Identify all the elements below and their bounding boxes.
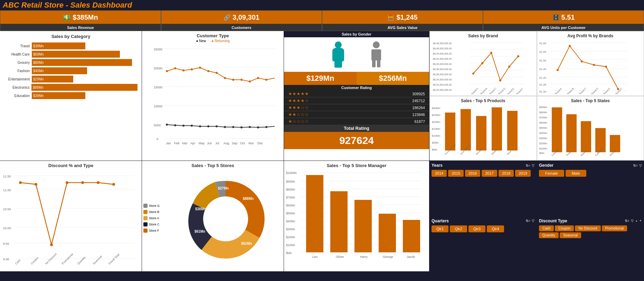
svg-point-18 [216, 72, 218, 74]
cash-btn[interactable]: Cash [539, 225, 554, 231]
svg-point-99 [557, 69, 559, 71]
discount-sort-icon[interactable]: ⇅≡ [625, 219, 629, 223]
svg-point-76 [499, 79, 501, 81]
svg-text:$90Mn: $90Mn [286, 180, 295, 183]
svg-text:0: 0 [157, 137, 158, 141]
qtr1-btn[interactable]: Qtr1 [432, 225, 448, 232]
svg-text:$6,34,000,000.00: $6,34,000,000.00 [433, 78, 452, 81]
qtr2-btn[interactable]: Qtr2 [450, 225, 467, 232]
no-discount-btn[interactable]: No Discount [575, 225, 600, 231]
customer-type-chart: 25000 20000 15000 10000 5000 0 [143, 43, 278, 147]
svg-text:Meat: Meat [506, 150, 512, 155]
discount-scroll-down[interactable]: ▼ [639, 219, 642, 222]
svg-rect-120 [476, 116, 486, 151]
coupon-btn[interactable]: Coupon [555, 225, 574, 231]
total-rating-value: 927624 [284, 132, 429, 149]
sales-top5-manager-panel: Sales - Top 5 Store Manager $100Mn $90Mn… [284, 161, 429, 271]
svg-text:$Mn: $Mn [432, 148, 437, 151]
svg-text:Jan: Jan [166, 142, 171, 145]
promotional-btn[interactable]: Promotional [602, 225, 627, 231]
svg-text:10.50: 10.50 [3, 207, 11, 211]
svg-text:15000: 15000 [154, 86, 162, 89]
svg-point-50 [335, 41, 342, 48]
svg-text:$20Mn: $20Mn [286, 235, 295, 239]
customers-label: Customers [231, 26, 251, 30]
year-2018-btn[interactable]: 2018 [499, 170, 514, 177]
years-filter-icon[interactable]: ▽ [532, 164, 534, 167]
svg-point-14 [182, 69, 184, 71]
year-2017-btn[interactable]: 2017 [482, 170, 497, 177]
avg-sales-value: $1,245 [396, 13, 417, 21]
gender-icons [284, 37, 429, 72]
svg-rect-53 [372, 60, 376, 67]
legend-item: Store G [143, 204, 171, 208]
svg-text:Grand Total: Grand Total [108, 253, 120, 265]
year-2019-btn[interactable]: 2019 [515, 170, 530, 177]
svg-point-13 [174, 67, 176, 69]
legend-item: Store A [143, 216, 171, 220]
gender-sort-icon[interactable]: ⇅≡ [633, 164, 638, 167]
discount-filter-icon[interactable]: ▽ [631, 219, 634, 223]
avg-units-value: 5.51 [561, 13, 575, 21]
sales-top5-states-title: Sales - Top 5 States [539, 98, 643, 104]
avg-profit-chart: 61.60 61.55 61.50 61.45 61.40 61.35 61.3… [539, 39, 628, 94]
year-2015-btn[interactable]: 2015 [448, 170, 463, 177]
svg-point-162 [50, 243, 53, 246]
legend: ● New ● Returning [143, 39, 282, 43]
svg-text:10000: 10000 [154, 105, 162, 108]
qtr3-btn[interactable]: Qtr3 [468, 225, 485, 232]
rating-row-3: ★★★☆☆ 186264 [284, 104, 429, 111]
quarters-filter: Quarters ⇅≡ ▽ Qtr1 Qtr2 Qtr3 Qtr4 [429, 216, 537, 272]
gender-filter-icon[interactable]: ▽ [639, 164, 642, 167]
discount-panel: Discount % and Type 11.50 11.00 10.50 10… [0, 161, 142, 271]
svg-point-31 [216, 125, 218, 127]
svg-text:$60Mn: $60Mn [286, 204, 295, 207]
years-sort-icon[interactable]: ⇅≡ [525, 164, 530, 167]
quantity-btn[interactable]: Quantity [539, 232, 559, 238]
rating-row-4: ★★★★☆ 245712 [284, 97, 429, 104]
svg-point-15 [191, 68, 193, 70]
svg-point-20 [232, 79, 234, 81]
svg-rect-203 [330, 191, 348, 252]
svg-text:11.00: 11.00 [3, 188, 11, 192]
svg-text:$50Mn: $50Mn [539, 126, 547, 129]
year-2014-btn[interactable]: 2014 [432, 170, 447, 177]
svg-text:$5Mn: $5Mn [432, 141, 439, 144]
seasonal-btn[interactable]: Seasonal [560, 232, 581, 238]
svg-text:Jacob: Jacob [407, 255, 415, 259]
qtr4-btn[interactable]: Qtr4 [487, 225, 504, 232]
table-row: Travel $39Mn [4, 42, 138, 49]
svg-text:$60Mn: $60Mn [539, 121, 547, 124]
svg-point-34 [240, 126, 243, 128]
sales-by-gender-panel: Sales by Gender $129Mn [284, 31, 429, 161]
discount-chart: 11.50 11.00 10.50 10.00 9.50 9.00 Cash [1, 169, 138, 269]
gender-values: $129Mn $256Mn [284, 72, 429, 85]
female-icon [329, 41, 348, 68]
svg-text:$27Mn: $27Mn [218, 186, 229, 190]
year-2016-btn[interactable]: 2016 [465, 170, 480, 177]
svg-text:61.40: 61.40 [539, 76, 547, 79]
svg-text:20000: 20000 [154, 67, 162, 70]
female-btn[interactable]: Female [539, 170, 564, 177]
svg-text:$Mn: $Mn [539, 152, 544, 155]
sales-top5-products-chart: $30Mn $25Mn $20Mn $15Mn $10Mn $5Mn $Mn P… [431, 104, 524, 157]
customer-rating-title: Customer Rating [284, 85, 429, 90]
kpi-revenue: 💵 $385Mn Sales Revenue [0, 10, 161, 31]
kpi-customers: 🔗 3,09,301 Customers [161, 10, 322, 31]
quarters-filter-icon[interactable]: ▽ [532, 219, 534, 223]
svg-text:$6,40,000,000.00: $6,40,000,000.00 [433, 63, 452, 65]
filters-grid: Years ⇅≡ ▽ 2014 2015 2016 2017 2018 2019… [429, 161, 644, 271]
svg-text:10.00: 10.00 [3, 226, 11, 230]
svg-text:Nov: Nov [248, 142, 254, 145]
svg-text:$30Mn: $30Mn [539, 137, 547, 140]
discount-scroll-up[interactable]: ▲ [635, 219, 638, 222]
svg-text:$6,44,000,000.00: $6,44,000,000.00 [433, 52, 452, 55]
quarters-sort-icon[interactable]: ⇅≡ [525, 219, 530, 223]
male-btn[interactable]: Male [566, 170, 586, 177]
svg-text:$61Mn: $61Mn [241, 242, 252, 245]
legend-item: Store F [143, 229, 171, 233]
svg-text:$6,46,000,000.00: $6,46,000,000.00 [433, 47, 452, 50]
svg-point-165 [97, 181, 100, 184]
svg-point-174 [203, 196, 248, 241]
svg-text:Oct: Oct [240, 142, 245, 145]
